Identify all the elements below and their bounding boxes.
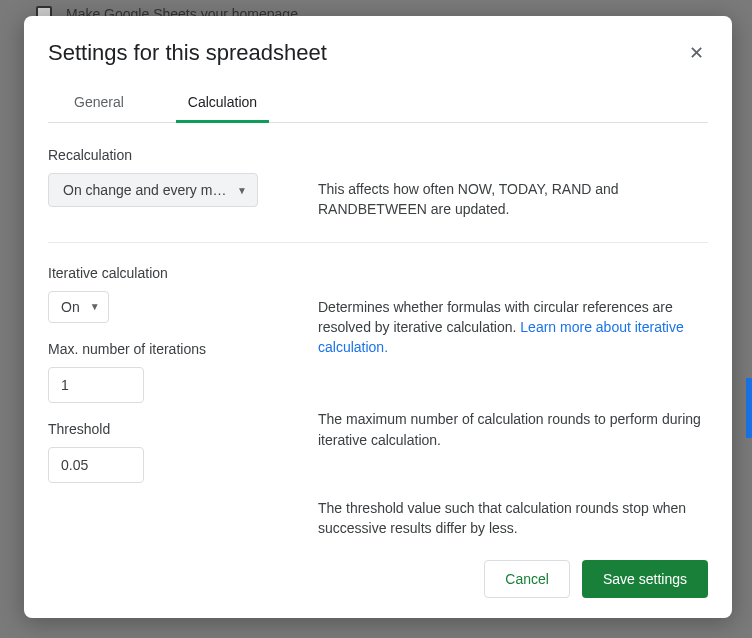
tab-calculation[interactable]: Calculation bbox=[176, 88, 269, 123]
dialog-title: Settings for this spreadsheet bbox=[48, 40, 327, 66]
cancel-button[interactable]: Cancel bbox=[484, 560, 570, 598]
iterative-description: Determines whether formulas with circula… bbox=[318, 297, 708, 358]
iterative-label: Iterative calculation bbox=[48, 265, 708, 281]
tab-general[interactable]: General bbox=[62, 88, 136, 123]
max-iterations-label: Max. number of iterations bbox=[48, 341, 288, 357]
threshold-description: The threshold value such that calculatio… bbox=[318, 498, 708, 539]
divider bbox=[48, 242, 708, 243]
iterative-control: On ▼ Max. number of iterations Threshold bbox=[48, 291, 288, 483]
settings-dialog: Settings for this spreadsheet ✕ General … bbox=[24, 16, 732, 618]
dialog-content: Recalculation On change and every min… ▼… bbox=[48, 147, 708, 540]
dialog-header: Settings for this spreadsheet ✕ bbox=[48, 40, 708, 66]
iterative-desc-col: Determines whether formulas with circula… bbox=[318, 291, 708, 539]
max-iterations-group: Max. number of iterations bbox=[48, 341, 288, 403]
dialog-footer: Cancel Save settings bbox=[48, 560, 708, 598]
recalculation-description: This affects how often NOW, TODAY, RAND … bbox=[318, 173, 708, 220]
close-button[interactable]: ✕ bbox=[684, 41, 708, 65]
iterative-row: On ▼ Max. number of iterations Threshold… bbox=[48, 291, 708, 539]
threshold-input[interactable] bbox=[48, 447, 144, 483]
recalculation-label: Recalculation bbox=[48, 147, 708, 163]
threshold-label: Threshold bbox=[48, 421, 288, 437]
max-iterations-input[interactable] bbox=[48, 367, 144, 403]
recalculation-dropdown[interactable]: On change and every min… ▼ bbox=[48, 173, 258, 207]
iterative-dropdown[interactable]: On ▼ bbox=[48, 291, 109, 323]
recalculation-control: On change and every min… ▼ bbox=[48, 173, 288, 207]
recalculation-row: On change and every min… ▼ This affects … bbox=[48, 173, 708, 220]
threshold-group: Threshold bbox=[48, 421, 288, 483]
chevron-down-icon: ▼ bbox=[90, 301, 100, 312]
side-decoration bbox=[746, 378, 752, 438]
chevron-down-icon: ▼ bbox=[237, 185, 247, 196]
iterative-selected: On bbox=[61, 299, 80, 315]
recalculation-selected: On change and every min… bbox=[63, 182, 227, 198]
save-settings-button[interactable]: Save settings bbox=[582, 560, 708, 598]
max-iterations-description: The maximum number of calculation rounds… bbox=[318, 409, 708, 450]
tabs: General Calculation bbox=[48, 88, 708, 123]
close-icon: ✕ bbox=[689, 42, 704, 64]
